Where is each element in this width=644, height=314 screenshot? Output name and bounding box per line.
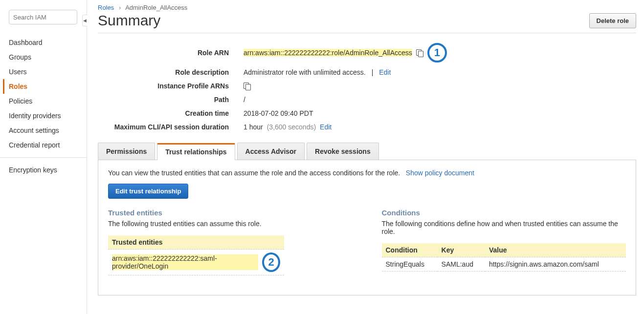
annotation-callout-2: 2: [262, 252, 280, 272]
sidebar-item-credential-report[interactable]: Credential report: [9, 138, 87, 152]
trusted-entities-section: Trusted entities The following trusted e…: [108, 209, 353, 275]
trusted-entity-arn: arn:aws:iam::222222222222:saml-provider/…: [112, 254, 258, 270]
label-instance-profile-arns: Instance Profile ARNs: [98, 82, 244, 90]
trusted-entities-description: The following trusted entities can assum…: [108, 220, 353, 228]
tab-permissions[interactable]: Permissions: [98, 143, 155, 160]
edit-description-link[interactable]: Edit: [379, 68, 391, 76]
breadcrumb: Roles › AdminRole_AllAccess: [98, 4, 636, 11]
conditions-table: Condition Key Value StringEquals SAML:au…: [382, 243, 626, 272]
sidebar-item-encryption-keys[interactable]: Encryption keys: [9, 163, 87, 177]
breadcrumb-current: AdminRole_AllAccess: [125, 4, 187, 11]
tab-trust-relationships[interactable]: Trust relationships: [157, 143, 235, 160]
sidebar-item-account-settings[interactable]: Account settings: [9, 123, 87, 138]
breadcrumb-separator: ›: [119, 4, 121, 11]
sidebar-item-groups[interactable]: Groups: [9, 50, 87, 64]
role-details: Role ARN arn:aws:iam::222222222222:role/…: [98, 40, 636, 134]
conditions-header-condition: Condition: [382, 243, 438, 257]
annotation-callout-1: 1: [427, 43, 447, 63]
copy-icon[interactable]: [416, 49, 423, 57]
condition-value: https://signin.aws.amazon.com/saml: [485, 257, 626, 272]
search-input[interactable]: [9, 10, 77, 24]
sidebar-item-users[interactable]: Users: [9, 64, 87, 79]
page-title: Summary: [98, 12, 160, 29]
value-max-session-seconds: (3,600 seconds): [267, 123, 316, 131]
edit-session-link[interactable]: Edit: [320, 123, 332, 131]
table-row: StringEquals SAML:aud https://signin.aws…: [382, 257, 626, 272]
label-role-description: Role description: [98, 68, 244, 76]
sidebar-item-roles[interactable]: Roles: [3, 79, 87, 94]
value-role-arn: arn:aws:iam::222222222222:role/AdminRole…: [244, 49, 412, 57]
label-max-session: Maximum CLI/API session duration: [98, 123, 244, 131]
trusted-entities-title: Trusted entities: [108, 209, 353, 217]
tab-bar: Permissions Trust relationships Access A…: [98, 143, 636, 160]
edit-trust-relationship-button[interactable]: Edit trust relationship: [108, 184, 188, 199]
conditions-header-value: Value: [485, 243, 626, 257]
label-creation-time: Creation time: [98, 109, 244, 117]
sidebar-collapse-handle[interactable]: ◀: [82, 15, 87, 26]
condition-key: SAML:aud: [438, 257, 485, 272]
condition-name: StringEquals: [382, 257, 438, 272]
sidebar: ◀ Dashboard Groups Users Roles Policies …: [0, 0, 87, 314]
tab-revoke-sessions[interactable]: Revoke sessions: [307, 143, 379, 160]
table-row: arn:aws:iam::222222222222:saml-provider/…: [108, 250, 284, 275]
label-role-arn: Role ARN: [98, 49, 244, 57]
main-content: Roles › AdminRole_AllAccess Summary Dele…: [87, 0, 644, 314]
value-max-session: 1 hour: [244, 123, 263, 131]
sidebar-divider: [0, 157, 87, 158]
conditions-section: Conditions The following conditions defi…: [382, 209, 626, 275]
trust-panel-description: You can view the trusted entities that c…: [108, 169, 400, 177]
delete-role-button[interactable]: Delete role: [589, 13, 636, 28]
trusted-entities-table: Trusted entities arn:aws:iam::2222222222…: [108, 235, 284, 275]
conditions-description: The following conditions define how and …: [382, 220, 626, 235]
conditions-header-key: Key: [438, 243, 485, 257]
label-path: Path: [98, 96, 244, 104]
show-policy-document-link[interactable]: Show policy document: [406, 169, 474, 177]
breadcrumb-root[interactable]: Roles: [98, 4, 114, 11]
value-creation-time: 2018-07-02 09:40 PDT: [244, 109, 313, 117]
sidebar-item-dashboard[interactable]: Dashboard: [9, 35, 87, 50]
sidebar-item-identity-providers[interactable]: Identity providers: [9, 108, 87, 123]
value-role-description: Administrator role with unlimited access…: [244, 68, 366, 76]
trusted-entities-header: Trusted entities: [108, 235, 284, 250]
trust-relationships-panel: You can view the trusted entities that c…: [98, 160, 636, 295]
copy-icon[interactable]: [244, 83, 251, 90]
tab-access-advisor[interactable]: Access Advisor: [237, 143, 305, 160]
value-path: /: [244, 96, 245, 104]
sidebar-item-policies[interactable]: Policies: [9, 94, 87, 108]
conditions-title: Conditions: [382, 209, 626, 217]
sidebar-nav: Dashboard Groups Users Roles Policies Id…: [9, 35, 87, 177]
separator: |: [370, 68, 375, 76]
